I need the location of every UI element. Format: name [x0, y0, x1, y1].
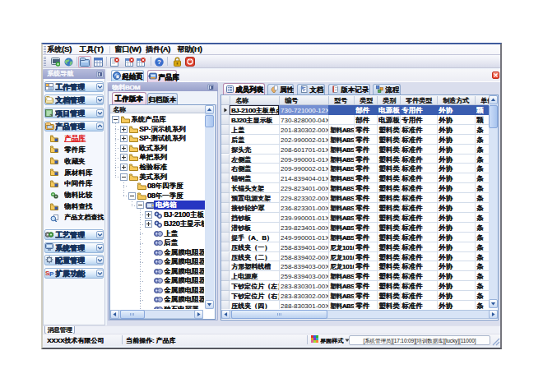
svg-text:P: P — [49, 270, 54, 277]
svg-text:?: ? — [157, 58, 161, 66]
